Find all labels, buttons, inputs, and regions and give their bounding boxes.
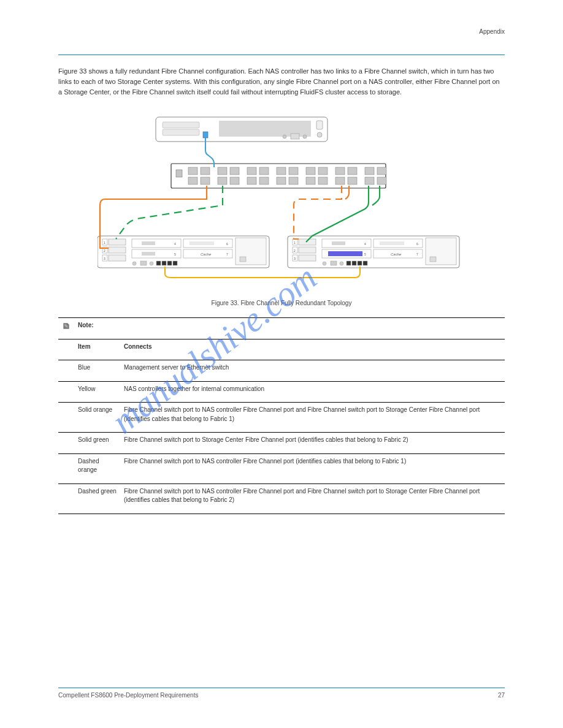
svg-rect-31 [318,177,327,184]
cell-connects: Fibre Channel switch port to Storage Cen… [120,433,505,454]
topology-diagram: 1 2 3 4 5 6 Cache [98,113,465,291]
svg-text:7: 7 [226,252,228,256]
svg-rect-36 [365,167,374,175]
controller-b: 1 2 3 4 5 6 Cache 7 [288,236,459,268]
svg-rect-26 [289,167,298,175]
cell-connects: NAS controllers together for internal co… [120,381,505,403]
column-connects: Connects [124,343,152,350]
svg-rect-29 [306,177,315,184]
svg-rect-25 [277,177,286,184]
svg-text:4: 4 [174,242,176,246]
table-row: YellowNAS controllers together for inter… [58,381,505,403]
svg-point-9 [317,132,322,137]
svg-text:Cache: Cache [201,252,212,256]
cell-connects: Fibre Channel switch port to NAS control… [120,483,505,514]
legend-table: Note: Item Connects BlueManagement serve… [58,317,505,514]
svg-rect-17 [218,177,227,184]
svg-point-64 [132,262,136,265]
svg-rect-24 [277,167,286,175]
svg-rect-68 [162,261,166,265]
svg-rect-63 [240,257,246,262]
header-label: Appendix [479,28,505,35]
svg-rect-77 [299,247,316,253]
svg-rect-30 [318,167,327,175]
svg-text:3: 3 [104,257,105,260]
svg-rect-88 [380,241,404,245]
svg-text:1: 1 [294,241,296,245]
controller-a: 1 2 3 4 5 6 Cache [98,236,269,268]
svg-rect-37 [365,177,374,184]
svg-rect-65 [140,261,147,265]
svg-text:2: 2 [294,249,296,252]
svg-text:6: 6 [416,242,418,246]
svg-rect-67 [156,261,161,265]
svg-rect-81 [322,239,371,248]
footer: Compellent FS8600 Pre-Deployment Require… [58,688,505,699]
svg-point-95 [323,262,326,265]
svg-rect-57 [190,241,214,245]
svg-rect-16 [218,167,227,175]
table-note-row: Note: [58,318,505,339]
svg-rect-49 [109,255,126,261]
table-row: Dashed greenFibre Channel switch port to… [58,483,505,514]
svg-rect-38 [377,167,386,175]
svg-rect-46 [109,247,126,253]
table-row: Solid orangeFibre Channel switch port to… [58,403,505,433]
table-header-row: Item Connects [58,339,505,360]
svg-text:7: 7 [416,252,418,256]
cell-item: Yellow [74,381,120,403]
svg-rect-34 [348,167,357,175]
svg-text:6: 6 [226,242,228,246]
svg-rect-20 [247,167,256,175]
svg-rect-39 [377,177,386,184]
note-label: Note: [78,322,94,328]
page: Appendix Figure 33 shows a fully redunda… [0,0,563,728]
svg-rect-70 [173,261,177,265]
table-row: BlueManagement server to Ethernet switch [58,360,505,382]
svg-point-97 [340,262,343,265]
svg-rect-6 [291,134,299,139]
svg-rect-85 [328,251,362,256]
svg-rect-51 [142,241,155,245]
figure: 1 2 3 4 5 6 Cache [58,113,505,291]
svg-rect-13 [188,177,197,184]
svg-rect-54 [142,252,155,256]
svg-rect-18 [230,167,239,175]
svg-rect-22 [259,167,269,175]
cell-item: Dashed orange [74,453,120,483]
svg-rect-15 [201,177,210,184]
svg-point-7 [303,135,307,138]
svg-rect-82 [332,241,345,245]
svg-rect-43 [109,239,126,245]
svg-text:2: 2 [104,249,105,252]
cell-item: Solid green [74,433,120,454]
svg-rect-1 [163,122,199,128]
svg-rect-69 [167,261,172,265]
cell-connects: Fibre Channel switch port to NAS control… [120,453,505,483]
header-rule: Appendix [58,37,505,55]
svg-rect-3 [203,132,208,138]
svg-rect-19 [230,177,239,184]
svg-rect-23 [259,177,269,184]
figure-caption: Figure 33. Fibre Channel Fully Redundant… [58,300,505,306]
cell-connects: Management server to Ethernet switch [120,360,505,382]
svg-rect-12 [188,167,197,175]
svg-rect-35 [348,177,357,184]
svg-rect-14 [201,167,210,175]
svg-rect-80 [299,255,316,261]
svg-rect-98 [347,261,351,265]
svg-rect-21 [247,177,256,184]
svg-point-66 [150,262,153,265]
intro-paragraph: Figure 33 shows a fully redundant Fibre … [58,66,505,97]
column-item: Item [78,343,91,350]
svg-rect-27 [289,177,298,184]
svg-text:Cache: Cache [391,252,402,256]
cell-item: Solid orange [74,403,120,433]
svg-text:4: 4 [364,242,366,246]
svg-rect-100 [358,261,362,265]
svg-rect-33 [335,177,345,184]
svg-rect-99 [352,261,356,265]
svg-text:3: 3 [294,257,296,260]
svg-rect-8 [316,121,323,129]
note-icon [62,322,71,330]
